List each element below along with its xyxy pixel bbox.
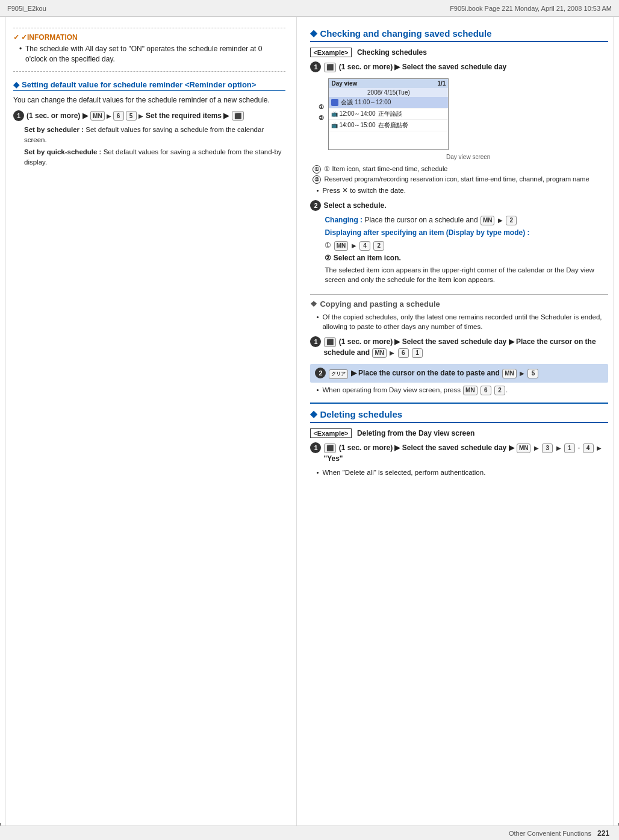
- circle-2: ②: [313, 175, 321, 184]
- deleting-section: ◆ Deleting schedules <Example> Deleting …: [310, 403, 608, 477]
- day-view-row-1: 会議 11:00～12:00: [329, 97, 448, 108]
- changing-instruction: Place the cursor on a schedule and: [364, 216, 479, 224]
- step-1-left: 1 (1 sec. or more) ▶ MN ▶ 6 5 ▶ Set the …: [13, 110, 285, 168]
- checking-example-label: <Example> Checking schedules: [310, 48, 608, 57]
- step-2-right-content: Select a schedule.: [323, 200, 608, 211]
- copying-diamond: ❖: [310, 299, 317, 309]
- tv-icon-2: 📺: [331, 122, 338, 128]
- key-5: 5: [126, 111, 137, 121]
- copying-step2-bullet: When operating from Day view screen, pre…: [316, 385, 608, 395]
- key-mn-d: MN: [334, 241, 349, 251]
- key-4-d: 4: [359, 241, 370, 251]
- checking-header: ◆ Checking and changing saved schedule: [310, 28, 608, 42]
- deleting-step-1-num: 1: [310, 442, 321, 453]
- filename-label: F905i_E2kou: [7, 5, 46, 12]
- circle-at: ①: [325, 241, 333, 249]
- annotation-2-text: Reserved program/recording reservation i…: [324, 175, 589, 183]
- day-view-date: 2008/ 4/15(Tue): [329, 88, 448, 97]
- main-content: ✓ ✓INFORMATION The schedule with All day…: [0, 17, 619, 826]
- key-2-d: 2: [373, 241, 384, 251]
- deleting-header: ◆ Deleting schedules: [310, 409, 608, 423]
- circle-1-label: ①: [319, 104, 324, 110]
- copying-step-2-num: 2: [315, 368, 326, 378]
- sub-quick-schedule: Set by quick-schedule : Set default valu…: [24, 147, 285, 168]
- setting-title-text: Setting default value for schedule remin…: [22, 80, 256, 89]
- deleting-step-1-row: 1 ⬛ (1 sec. or more) ▶ Select the saved …: [310, 442, 608, 464]
- day-view-empty: [329, 131, 448, 149]
- step-1-row: 1 (1 sec. or more) ▶ MN ▶ 6 5 ▶ Set the …: [13, 110, 285, 121]
- key-2-c: 2: [506, 216, 517, 225]
- copying-step-1: 1 ⬛ (1 sec. or more) ▶ Select the saved …: [310, 336, 608, 358]
- key-mn-d1: MN: [517, 444, 531, 453]
- right-column: ◆ Checking and changing saved schedule <…: [297, 17, 619, 826]
- checkmark-icon: ✓: [13, 33, 19, 42]
- day-view-container: ① ② Day view 1/1 2008/ 4/15(Tue) 会議 11:0…: [310, 78, 608, 150]
- circle-1: ①: [313, 165, 321, 174]
- key-mn-cs1: MN: [372, 348, 387, 358]
- sub-scheduler: Set by scheduler : Set default values fo…: [24, 125, 285, 146]
- key-4-d1: 4: [583, 444, 594, 453]
- displaying-step2-label: ② Select an item icon.: [325, 252, 608, 263]
- deleting-example-label: <Example> Deleting from the Day view scr…: [310, 429, 608, 437]
- key-icon-d1: ⬛: [324, 444, 336, 453]
- copying-step-2: 2 クリア ▶ Place the cursor on the date to …: [310, 364, 608, 395]
- key-icon-c1: ⬛: [324, 337, 336, 347]
- key-confirm: ⬛: [232, 111, 244, 121]
- deleting-step-1: 1 ⬛ (1 sec. or more) ▶ Select the saved …: [310, 442, 608, 477]
- key-sequence-1: MN ▶ 6 5 ▶: [90, 111, 144, 121]
- day-view-row1-text: 会議 11:00～12:00: [341, 98, 391, 107]
- day-view-header: Day view 1/1: [329, 79, 448, 88]
- day-view-caption: Day view screen: [328, 154, 608, 160]
- annotation-bullet: Press ✕ to switch the date.: [316, 186, 608, 195]
- key-mn-cs2: MN: [502, 369, 517, 378]
- key-mn-cs2b: MN: [463, 386, 477, 395]
- day-view-row2-time: 12:00～14:00: [339, 110, 375, 118]
- copying-step-1-row: 1 ⬛ (1 sec. or more) ▶ Select the saved …: [310, 336, 608, 358]
- page-number: 221: [597, 829, 609, 838]
- copying-bullet: Of the copied schedules, only the latest…: [316, 312, 608, 331]
- schedule-icon-1: [331, 99, 338, 106]
- changing-label: Changing : Place the cursor on a schedul…: [325, 215, 608, 225]
- copying-step-2-row: 2 クリア ▶ Place the cursor on the date to …: [310, 364, 608, 383]
- footer-bar: Other Convenient Functions 221: [0, 826, 619, 840]
- footer-section-label: Other Convenient Functions: [509, 830, 591, 837]
- bookref-label: F905i.book Page 221 Monday, April 21, 20…: [450, 5, 612, 12]
- day-view-row2-text: 正午論談: [378, 110, 402, 118]
- key-clear: クリア: [329, 369, 348, 379]
- key-icon-r1: ⬛: [324, 63, 336, 72]
- displaying-step1: ① MN ▶ 4 2: [325, 240, 608, 251]
- copying-step-1-content: ⬛ (1 sec. or more) ▶ Select the saved sc…: [323, 336, 608, 358]
- copying-step-1-num: 1: [310, 336, 321, 347]
- changing-text-label: Changing :: [325, 216, 362, 224]
- step-number-2-right: 2: [310, 200, 321, 211]
- displaying-label: Displaying after specifying an item (Dis…: [325, 227, 608, 238]
- key-3-d1: 3: [542, 444, 553, 453]
- info-box: ✓ ✓INFORMATION The schedule with All day…: [13, 28, 285, 72]
- displaying-step2-text: The selected item icon appears in the up…: [325, 265, 608, 284]
- setting-section: ◆ Setting default value for schedule rem…: [13, 80, 285, 168]
- day-view-header-right: 1/1: [438, 80, 446, 87]
- step-1-right: 1 ⬛ (1 sec. or more) ▶ Select the saved …: [310, 61, 608, 72]
- header-bar: F905i_E2kou F905i.book Page 221 Monday, …: [0, 0, 619, 17]
- example-title-text: Checking schedules: [357, 48, 427, 57]
- day-view-row-2: 📺 12:00～14:00 正午論談: [329, 108, 448, 120]
- copying-section: ❖ Copying and pasting a schedule Of the …: [310, 294, 608, 395]
- step-2-right: 2 Select a schedule. Changing : Place th…: [310, 200, 608, 284]
- key-6: 6: [113, 111, 124, 121]
- checking-diamond: ◆: [310, 28, 317, 39]
- key-2-cs2b: 2: [494, 386, 505, 395]
- diamond-icon: ◆: [13, 80, 19, 89]
- key-mn-c: MN: [481, 216, 495, 225]
- left-column: ✓ ✓INFORMATION The schedule with All day…: [0, 17, 297, 826]
- circle-2-label: ②: [319, 114, 324, 121]
- day-view-row3-time: 14:00～15:00: [339, 121, 375, 130]
- info-bullet-1: The schedule with All day set to "ON" op…: [19, 44, 285, 64]
- step-1-right-row: 1 ⬛ (1 sec. or more) ▶ Select the saved …: [310, 61, 608, 72]
- step-number-1-right: 1: [310, 61, 321, 72]
- copying-title: ❖ Copying and pasting a schedule: [310, 299, 608, 309]
- deleting-step-1-content: ⬛ (1 sec. or more) ▶ Select the saved sc…: [323, 442, 608, 464]
- annotation-1: ① ① Item icon, start time-end time, sche…: [310, 165, 608, 174]
- key-1-cs1: 1: [412, 348, 423, 358]
- copying-step-2-content: クリア ▶ Place the cursor on the date to pa…: [328, 368, 603, 379]
- deleting-title: Deleting schedules: [320, 409, 402, 419]
